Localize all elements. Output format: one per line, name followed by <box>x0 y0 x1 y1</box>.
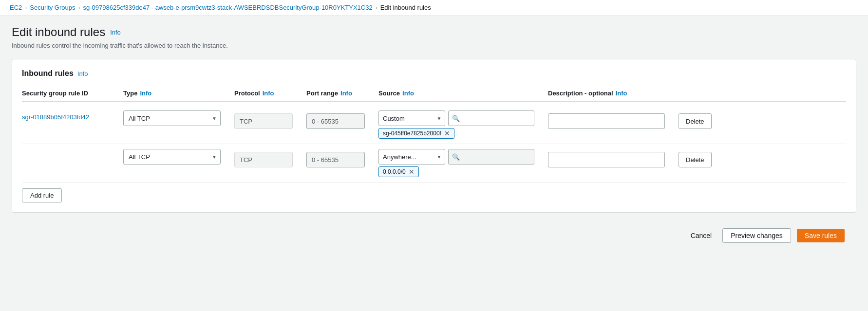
type-select-wrapper-2: All TCP All UDP All ICMP Custom TCP Cust… <box>123 149 221 165</box>
cancel-button[interactable]: Cancel <box>686 229 717 242</box>
source-info-link[interactable]: Info <box>402 90 414 97</box>
page-description: Inbound rules control the incoming traff… <box>12 42 856 49</box>
breadcrumb: EC2 › Security Groups › sg-09798625cf339… <box>0 0 868 16</box>
col-header-rule-id: Security group rule ID <box>22 90 119 97</box>
source-tag-close-2[interactable]: ✕ <box>409 168 415 175</box>
table-header-row: Security group rule ID Type Info Protoco… <box>22 86 846 102</box>
type-info-link[interactable]: Info <box>140 90 151 97</box>
delete-button-2[interactable]: Delete <box>679 152 712 167</box>
rule-id-value-2: – <box>22 152 25 159</box>
source-select-2[interactable]: Custom Anywhere... Anywhere-IPv6 My IP <box>378 149 445 165</box>
card-info-link[interactable]: Info <box>77 70 88 77</box>
description-input-2[interactable] <box>548 152 665 167</box>
save-rules-button[interactable]: Save rules <box>797 229 845 242</box>
actions-cell-1: Delete <box>679 110 737 129</box>
page-title-row: Edit inbound rules Info <box>12 25 856 39</box>
footer-row: Cancel Preview changes Save rules <box>12 220 856 251</box>
source-row-1: Custom Anywhere-IPv4 Anywhere-IPv6 My IP… <box>378 110 534 126</box>
source-tag-value-2: 0.0.0.0/0 <box>383 168 406 175</box>
source-tag-row-2: 0.0.0.0/0 ✕ <box>378 166 534 177</box>
description-cell-2 <box>548 149 675 167</box>
type-select-2[interactable]: All TCP All UDP All ICMP Custom TCP Cust… <box>123 149 221 165</box>
source-tag-close-1[interactable]: ✕ <box>444 130 450 137</box>
description-cell-1 <box>548 110 675 129</box>
port-range-cell-2 <box>306 149 375 167</box>
source-select-wrapper-2: Custom Anywhere... Anywhere-IPv6 My IP ▼ <box>378 149 445 165</box>
source-select-wrapper-1: Custom Anywhere-IPv4 Anywhere-IPv6 My IP… <box>378 110 445 126</box>
rule-id-2: – <box>22 149 119 159</box>
breadcrumb-sep-1: › <box>25 4 27 11</box>
col-header-protocol: Protocol Info <box>234 90 302 97</box>
col-header-port-range: Port range Info <box>306 90 375 97</box>
source-search-input-1[interactable] <box>448 110 534 126</box>
source-tag-value-1: sg-045ff0e7825b2000f <box>383 130 441 137</box>
protocol-input-2 <box>234 152 293 167</box>
col-header-type: Type Info <box>123 90 230 97</box>
source-search-wrapper-2: 🔍 <box>448 149 534 165</box>
table-row: – All TCP All UDP All ICMP Custom TCP Cu… <box>22 144 846 183</box>
source-row-2: Custom Anywhere... Anywhere-IPv6 My IP ▼… <box>378 149 534 165</box>
page-title: Edit inbound rules <box>12 25 105 39</box>
col-header-source: Source Info <box>378 90 544 97</box>
source-cell-1: Custom Anywhere-IPv4 Anywhere-IPv6 My IP… <box>378 110 534 139</box>
source-tag-chip-2: 0.0.0.0/0 ✕ <box>378 166 419 177</box>
type-select-wrapper-1: All TCP All UDP All ICMP Custom TCP Cust… <box>123 110 221 126</box>
actions-cell-2: Delete <box>679 149 737 167</box>
breadcrumb-current: Edit inbound rules <box>380 4 431 11</box>
description-input-1[interactable] <box>548 113 665 129</box>
protocol-cell-1 <box>234 110 302 129</box>
add-rule-button[interactable]: Add rule <box>22 188 62 202</box>
type-cell-2: All TCP All UDP All ICMP Custom TCP Cust… <box>123 149 230 165</box>
card-title: Inbound rules <box>22 69 74 78</box>
breadcrumb-sg-id[interactable]: sg-09798625cf339de47 - awseb-e-prsm9cwtz… <box>83 4 373 11</box>
card-title-row: Inbound rules Info <box>22 69 846 78</box>
col-header-description: Description - optional Info <box>548 90 675 97</box>
type-select-1[interactable]: All TCP All UDP All ICMP Custom TCP Cust… <box>123 110 221 126</box>
page-info-link[interactable]: Info <box>110 29 121 36</box>
protocol-info-link[interactable]: Info <box>263 90 274 97</box>
breadcrumb-sep-2: › <box>78 4 80 11</box>
breadcrumb-sep-3: › <box>376 4 377 11</box>
type-cell-1: All TCP All UDP All ICMP Custom TCP Cust… <box>123 110 230 126</box>
port-range-cell-1 <box>306 110 375 129</box>
source-select-1[interactable]: Custom Anywhere-IPv4 Anywhere-IPv6 My IP <box>378 110 445 126</box>
protocol-input-1 <box>234 113 293 129</box>
protocol-cell-2 <box>234 149 302 167</box>
source-cell-2: Custom Anywhere... Anywhere-IPv6 My IP ▼… <box>378 149 534 177</box>
inbound-rules-card: Inbound rules Info Security group rule I… <box>12 59 856 213</box>
rule-id-1: sgr-01889b05f4203fd42 <box>22 110 119 121</box>
table-row: sgr-01889b05f4203fd42 All TCP All UDP Al… <box>22 106 846 144</box>
description-info-link[interactable]: Info <box>616 90 627 97</box>
breadcrumb-ec2[interactable]: EC2 <box>10 4 22 11</box>
col-header-actions <box>679 90 737 97</box>
port-range-info-link[interactable]: Info <box>340 90 352 97</box>
delete-button-1[interactable]: Delete <box>679 113 712 129</box>
port-range-input-2 <box>306 152 365 167</box>
breadcrumb-security-groups[interactable]: Security Groups <box>30 4 75 11</box>
source-search-wrapper-1: 🔍 <box>448 110 534 126</box>
add-rule-row: Add rule <box>22 183 846 202</box>
source-tag-row-1: sg-045ff0e7825b2000f ✕ <box>378 128 534 139</box>
rule-id-link-1[interactable]: sgr-01889b05f4203fd42 <box>22 113 89 121</box>
port-range-input-1 <box>306 113 365 129</box>
source-search-input-2[interactable] <box>448 149 534 165</box>
page-container: Edit inbound rules Info Inbound rules co… <box>0 16 868 260</box>
source-tag-chip-1: sg-045ff0e7825b2000f ✕ <box>378 128 454 139</box>
preview-changes-button[interactable]: Preview changes <box>722 228 791 243</box>
